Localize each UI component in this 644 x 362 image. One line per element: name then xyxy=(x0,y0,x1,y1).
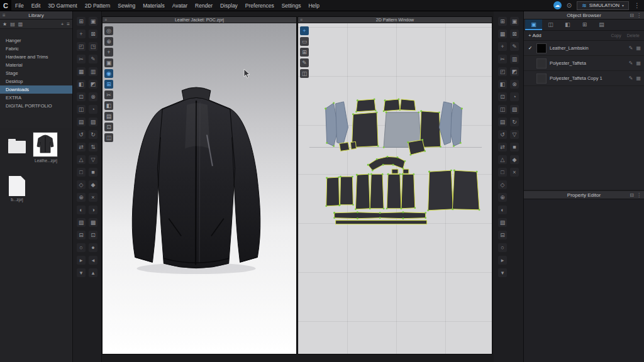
more-menu-icon[interactable]: ⋮ xyxy=(634,2,640,9)
tool-icon[interactable]: ▴ xyxy=(89,268,97,277)
tool-icon[interactable]: ◂ xyxy=(89,256,97,265)
viewport-tool-icon[interactable]: ◧ xyxy=(104,101,113,110)
tool-icon[interactable]: ▽ xyxy=(510,130,519,139)
tool-icon[interactable]: ◩ xyxy=(510,67,519,76)
menu-item[interactable]: 3D Garment xyxy=(44,0,80,11)
menu-item[interactable]: 2D Pattern xyxy=(81,0,114,11)
delete-button[interactable]: Delete xyxy=(627,33,640,38)
tool-icon[interactable]: ■ xyxy=(510,143,519,151)
cloud-icon[interactable]: ☁ xyxy=(553,1,562,9)
layers-icon[interactable]: ▦ xyxy=(636,45,641,51)
tool-icon[interactable]: ↻ xyxy=(89,130,97,139)
3d-viewport-canvas[interactable]: ◎⊕+▣◉⊞✂◧▤⊡◫ xyxy=(103,23,296,354)
viewport-tool-icon[interactable]: ▣ xyxy=(104,58,113,67)
tool-icon[interactable]: ⊕ xyxy=(77,193,86,202)
tool-icon[interactable]: ◰ xyxy=(498,67,507,76)
viewport-tool-icon[interactable]: + xyxy=(300,26,309,35)
tool-icon[interactable]: ◔ xyxy=(510,92,519,101)
tool-icon[interactable]: + xyxy=(498,42,507,51)
tool-icon[interactable]: ◰ xyxy=(77,42,86,51)
object-browser-tab[interactable]: ◧ xyxy=(559,19,576,30)
tool-icon[interactable]: ⊡ xyxy=(77,92,86,101)
tool-icon[interactable]: ▨ xyxy=(510,105,519,114)
tool-icon[interactable]: ▤ xyxy=(498,118,507,126)
tool-icon[interactable]: ● xyxy=(89,243,97,252)
edit-icon[interactable]: ✎ xyxy=(629,60,633,66)
tool-icon[interactable]: ◑ xyxy=(89,206,97,214)
tool-icon[interactable]: ▸ xyxy=(77,256,86,265)
viewport-tool-icon[interactable]: + xyxy=(104,48,113,57)
tool-icon[interactable]: ◐ xyxy=(77,206,86,214)
menu-item[interactable]: File xyxy=(11,0,28,11)
tool-icon[interactable]: ⊞ xyxy=(498,17,507,26)
tool-icon[interactable]: ▤ xyxy=(77,118,86,126)
tool-icon[interactable]: ▨ xyxy=(89,118,97,126)
add-button[interactable]: + Add xyxy=(528,33,541,38)
viewport-tool-icon[interactable]: ✎ xyxy=(300,58,309,67)
tool-icon[interactable]: ■ xyxy=(89,168,97,177)
tool-icon[interactable]: ◧ xyxy=(77,80,86,89)
list-view-icon[interactable]: ≡ xyxy=(67,21,70,27)
favorites-star-icon[interactable]: ★ xyxy=(3,21,7,27)
tool-icon[interactable]: ▦ xyxy=(77,67,86,76)
tool-icon[interactable]: ⊠ xyxy=(89,30,97,38)
file-thumbnail-doc[interactable]: b...zprj xyxy=(6,176,28,202)
object-browser-tab[interactable]: ⊞ xyxy=(576,19,593,30)
add-library-icon[interactable]: + xyxy=(61,21,64,27)
menu-item[interactable]: Sewing xyxy=(114,0,139,11)
tool-icon[interactable]: ✂ xyxy=(498,55,507,63)
tool-icon[interactable]: ▾ xyxy=(498,268,507,277)
viewport-tool-icon[interactable]: ◫ xyxy=(104,133,113,142)
library-item[interactable]: Fabric xyxy=(0,45,72,53)
tool-icon[interactable]: ◆ xyxy=(89,180,97,189)
library-menu-icon[interactable]: ≡ xyxy=(3,11,6,19)
object-browser-tab[interactable]: ▣ xyxy=(525,19,542,30)
menu-item[interactable]: Materials xyxy=(139,0,168,11)
layers-icon[interactable]: ▦ xyxy=(636,60,641,66)
menu-item[interactable]: Display xyxy=(216,0,242,11)
library-item[interactable]: Desktop xyxy=(0,77,72,85)
menu-item[interactable]: Settings xyxy=(278,0,305,11)
library-item[interactable]: Stage xyxy=(0,69,72,77)
library-item[interactable]: Downloads xyxy=(0,85,72,94)
window-menu-icon[interactable]: ≡ xyxy=(300,17,303,23)
folder-icon[interactable]: ▤ xyxy=(10,21,15,27)
tool-icon[interactable]: ◆ xyxy=(510,155,519,164)
tool-icon[interactable]: ▣ xyxy=(510,17,519,26)
menu-item[interactable]: Edit xyxy=(28,0,45,11)
panel-menu-icon[interactable]: ⋮ xyxy=(636,11,641,19)
tool-icon[interactable]: ◫ xyxy=(498,105,507,114)
tool-icon[interactable]: ✂ xyxy=(77,55,86,63)
object-browser-tab[interactable]: ▤ xyxy=(593,19,610,30)
tool-icon[interactable]: △ xyxy=(498,155,507,164)
tool-icon[interactable]: ↻ xyxy=(510,118,519,126)
viewport-tool-icon[interactable]: ◉ xyxy=(104,69,113,78)
tool-icon[interactable]: × xyxy=(89,193,97,202)
tool-icon[interactable]: ◫ xyxy=(77,105,86,114)
window-menu-icon[interactable]: ≡ xyxy=(104,17,107,23)
menu-item[interactable]: Render xyxy=(191,0,216,11)
tool-icon[interactable]: ▾ xyxy=(77,268,86,277)
edit-icon[interactable]: ✎ xyxy=(629,45,633,51)
tool-icon[interactable]: ▽ xyxy=(89,155,97,164)
tool-icon[interactable]: □ xyxy=(77,168,86,177)
tool-icon[interactable]: ○ xyxy=(498,243,507,252)
tool-icon[interactable]: ⊡ xyxy=(498,92,507,101)
file-thumbnail-garment[interactable]: Leathe...zprj xyxy=(33,132,59,163)
viewport-tool-icon[interactable]: ⊞ xyxy=(104,80,113,89)
2d-viewport-canvas[interactable]: +▭⊞✎◫ xyxy=(298,23,492,354)
simulation-button[interactable]: ≋ SIMULATION ▾ xyxy=(577,1,629,10)
menu-item[interactable]: Help xyxy=(304,0,323,11)
object-row[interactable]: Polyester_Taffeta ✎ ▦ xyxy=(524,56,644,71)
viewport-tool-icon[interactable]: ⊞ xyxy=(300,48,309,57)
library-item[interactable]: DIGITAL PORTFOLIO xyxy=(0,102,72,110)
tool-icon[interactable]: ▧ xyxy=(77,218,86,227)
tool-icon[interactable]: ▩ xyxy=(89,218,97,227)
property-editor-body[interactable] xyxy=(524,199,644,362)
tool-icon[interactable]: ⊟ xyxy=(77,231,86,239)
tool-icon[interactable]: ⊠ xyxy=(510,30,519,38)
tool-icon[interactable]: ⇅ xyxy=(89,143,97,151)
tool-icon[interactable]: + xyxy=(77,30,86,38)
file-thumbnail-folder[interactable] xyxy=(6,137,28,155)
tool-icon[interactable]: × xyxy=(510,168,519,177)
